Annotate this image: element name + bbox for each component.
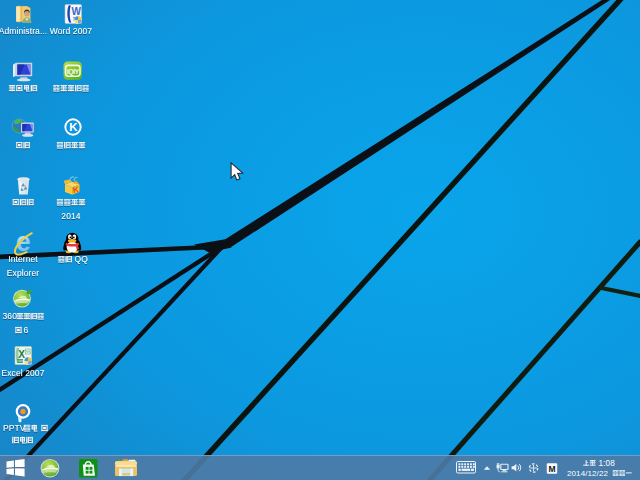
svg-text:X: X (18, 349, 25, 360)
svg-text:Internet: Internet (8, 254, 38, 264)
svg-text:Word 2007: Word 2007 (50, 26, 92, 36)
svg-text:Explorer: Explorer (7, 268, 40, 278)
svg-text:2014: 2014 (61, 211, 80, 221)
svg-text:K: K (69, 121, 78, 133)
svg-text:e: e (16, 227, 31, 257)
svg-text:W: W (71, 6, 81, 17)
svg-text:QQ: QQ (75, 254, 89, 264)
svg-text:6: 6 (24, 325, 29, 335)
svg-text:Excel 2007: Excel 2007 (1, 368, 44, 378)
svg-text:M: M (548, 464, 555, 474)
svg-text:1:08: 1:08 (599, 459, 616, 468)
svg-text:PPTV: PPTV (3, 423, 26, 433)
svg-text:iQIY: iQIY (67, 68, 80, 76)
svg-text:360: 360 (3, 311, 18, 321)
svg-text:Administra...: Administra... (0, 26, 47, 36)
svg-text:2014/12/22: 2014/12/22 (567, 469, 608, 478)
